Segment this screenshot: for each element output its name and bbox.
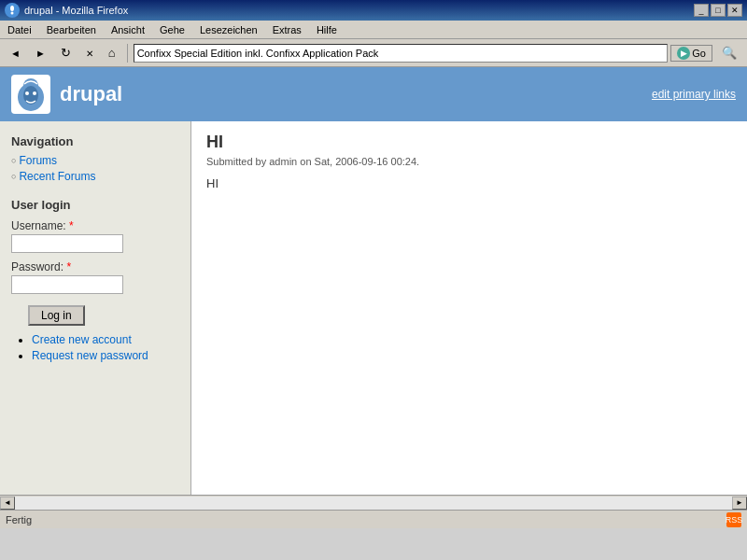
window-title: drupal - Mozilla Firefox xyxy=(24,5,128,16)
post-title: HI xyxy=(206,133,732,152)
back-button[interactable] xyxy=(5,45,26,62)
rss-icon: RSS xyxy=(726,512,741,527)
scroll-track[interactable] xyxy=(15,497,732,510)
password-required: * xyxy=(66,260,71,273)
back-icon xyxy=(10,48,21,59)
menu-bearbeiten[interactable]: Bearbeiten xyxy=(43,23,100,36)
navigation-title: Navigation xyxy=(11,134,179,148)
nav-link-forums[interactable]: Forums xyxy=(11,154,179,167)
site-wrapper: drupal edit primary links Navigation For… xyxy=(0,67,747,495)
site-name: drupal xyxy=(60,82,122,106)
search-button[interactable]: 🔍 xyxy=(716,43,742,63)
forward-button[interactable] xyxy=(30,45,51,62)
site-logo-area: drupal xyxy=(11,75,122,114)
svg-point-6 xyxy=(25,91,29,95)
window-controls: _ □ ✕ xyxy=(694,4,742,17)
password-input[interactable] xyxy=(11,275,123,294)
address-input[interactable] xyxy=(134,44,669,63)
reload-button[interactable] xyxy=(55,43,77,63)
main-content: HI Submitted by admin on Sat, 2006-09-16… xyxy=(191,121,747,495)
menu-datei[interactable]: Datei xyxy=(4,23,35,36)
minimize-button[interactable]: _ xyxy=(694,4,709,17)
home-button[interactable] xyxy=(103,43,121,63)
menu-gehe[interactable]: Gehe xyxy=(156,23,189,36)
login-button[interactable]: Log in xyxy=(28,305,85,326)
svg-point-2 xyxy=(11,12,14,15)
forums-link[interactable]: Forums xyxy=(19,154,57,167)
maximize-button[interactable]: □ xyxy=(711,4,726,17)
navigation-links: Forums Recent Forums xyxy=(11,154,179,183)
edit-primary-links[interactable]: edit primary links xyxy=(652,88,736,101)
go-icon: ▶ xyxy=(677,47,690,60)
svg-point-1 xyxy=(10,6,14,11)
svg-point-7 xyxy=(33,91,36,95)
password-label: Password: * xyxy=(11,260,179,273)
create-account-link[interactable]: Create new account xyxy=(32,333,132,346)
window-titlebar: drupal - Mozilla Firefox _ □ ✕ xyxy=(0,0,747,21)
create-account-item: Create new account xyxy=(32,333,179,346)
go-button[interactable]: ▶ Go xyxy=(670,45,712,62)
toolbar: ▶ Go 🔍 xyxy=(0,39,747,67)
menu-extras[interactable]: Extras xyxy=(269,23,305,36)
sidebar: Navigation Forums Recent Forums User log… xyxy=(0,121,191,495)
scroll-left-button[interactable]: ◄ xyxy=(0,497,15,510)
site-body: Navigation Forums Recent Forums User log… xyxy=(0,121,747,495)
address-bar: ▶ Go xyxy=(134,44,712,63)
post-meta: Submitted by admin on Sat, 2006-09-16 00… xyxy=(206,156,732,167)
username-required: * xyxy=(69,219,74,232)
forward-icon xyxy=(35,48,46,59)
login-block: User login Username: * Password: * Log i… xyxy=(11,198,179,362)
menu-lesezeichen[interactable]: Lesezeichen xyxy=(196,23,261,36)
post-body: HI xyxy=(206,176,732,190)
scroll-right-button[interactable]: ► xyxy=(732,497,747,510)
login-title: User login xyxy=(11,198,179,212)
drupal-logo xyxy=(11,75,50,114)
stop-icon xyxy=(86,48,93,59)
username-input[interactable] xyxy=(11,234,123,253)
svg-point-5 xyxy=(23,86,38,105)
statusbar: Fertig RSS xyxy=(0,510,747,528)
reload-icon xyxy=(61,46,71,60)
home-icon xyxy=(108,46,116,60)
site-header: drupal edit primary links xyxy=(0,67,747,121)
go-label: Go xyxy=(692,48,706,59)
recent-forums-link[interactable]: Recent Forums xyxy=(19,170,95,183)
status-text: Fertig xyxy=(6,514,32,525)
stop-button[interactable] xyxy=(80,45,99,62)
menu-ansicht[interactable]: Ansicht xyxy=(107,23,148,36)
menu-hilfe[interactable]: Hilfe xyxy=(313,23,341,36)
horizontal-scrollbar: ◄ ► xyxy=(0,495,747,510)
toolbar-separator xyxy=(127,44,128,63)
nav-link-recent-forums[interactable]: Recent Forums xyxy=(11,170,179,183)
window-icon xyxy=(5,3,20,18)
request-password-item: Request new password xyxy=(32,349,179,362)
request-password-link[interactable]: Request new password xyxy=(32,349,148,362)
close-button[interactable]: ✕ xyxy=(727,4,742,17)
username-label: Username: * xyxy=(11,219,179,232)
login-extra-links: Create new account Request new password xyxy=(32,333,179,362)
menubar: Datei Bearbeiten Ansicht Gehe Lesezeiche… xyxy=(0,21,747,39)
